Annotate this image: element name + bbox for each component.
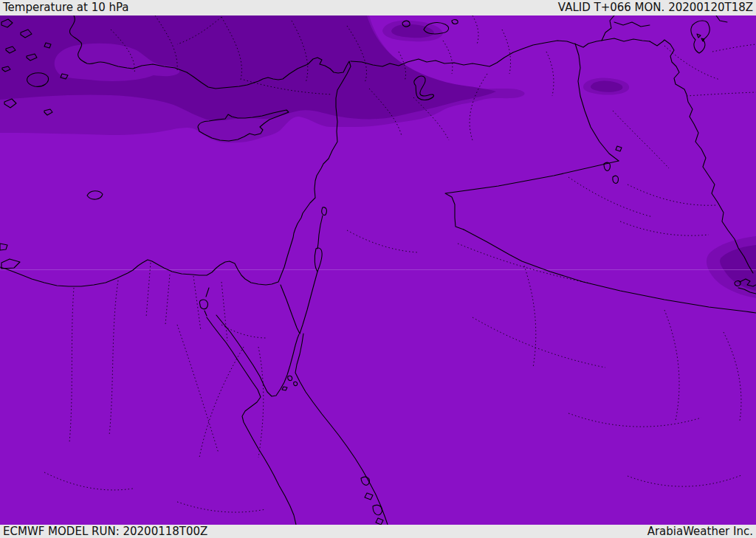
map-canvas [0,15,756,525]
model-run-label: ECMWF MODEL RUN: 20200118T00Z [3,526,207,537]
provider-label: ArabiaWeather Inc. [647,526,753,537]
header-bar: Temperature at 10 hPa VALID T+066 MON. 2… [0,0,756,15]
weather-map [0,15,756,525]
footer-bar: ECMWF MODEL RUN: 20200118T00Z ArabiaWeat… [0,525,756,538]
map-title: Temperature at 10 hPa [3,2,129,13]
valid-time-label: VALID T+066 MON. 20200120T18Z [558,2,753,13]
